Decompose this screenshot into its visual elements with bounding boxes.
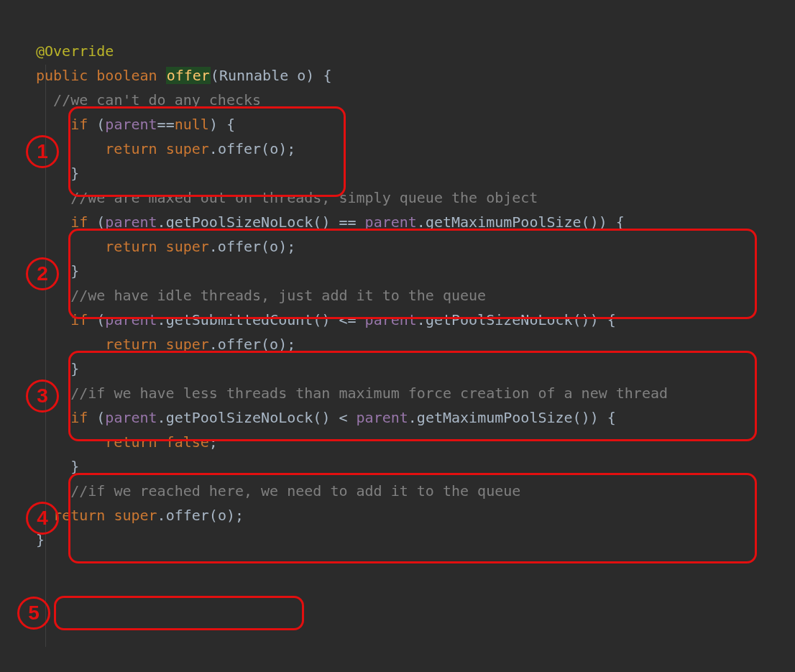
call-offer2: .offer(o); (209, 238, 295, 255)
kw-return5: return (53, 507, 105, 524)
field-parent3b: parent (365, 311, 417, 328)
kw-if3: if (70, 311, 88, 328)
call-offer5: .offer(o); (157, 507, 244, 524)
kw-return1: return (105, 140, 157, 157)
sp (157, 140, 166, 157)
brace-close3: } (70, 360, 79, 377)
annotation: @Override (36, 42, 114, 60)
type-runnable: Runnable (219, 67, 288, 84)
field-parent3a: parent (105, 311, 157, 328)
dot: . (209, 140, 218, 157)
call2b: .getMaximumPoolSize()) { (417, 213, 625, 231)
comment-2: //we are maxed out on threads, simply qu… (70, 189, 538, 206)
comment-5: //if we reached here, we need to add it … (70, 482, 520, 500)
field-parent4a: parent (105, 409, 157, 426)
kw-super1: super (166, 140, 209, 157)
kw-public: public (36, 67, 88, 84)
kw-return2: return (105, 238, 157, 255)
call3a: .getSubmittedCount() <= (157, 311, 365, 328)
comment-4: //if we have less threads than maximum f… (70, 385, 668, 402)
kw-super2: super (157, 238, 209, 255)
field-parent1: parent (105, 116, 157, 133)
call3b: .getPoolSizeNoLock()) { (417, 311, 616, 328)
call4b: .getMaximumPoolSize()) { (408, 409, 616, 426)
brace-close2: } (70, 262, 79, 280)
semi: ; (209, 433, 218, 451)
field-parent4b: parent (357, 409, 408, 426)
if1-tail: ) { (209, 116, 235, 133)
kw-if2: if (70, 213, 88, 231)
field-parent2a: parent (105, 213, 157, 231)
call2a: .getPoolSizeNoLock() == (157, 213, 365, 231)
call-offer3: .offer(o); (209, 336, 295, 353)
kw-super3: super (157, 336, 209, 353)
sig-tail: ) { (305, 67, 331, 84)
p: ( (88, 116, 105, 133)
kw-boolean: boolean (96, 67, 157, 84)
brace-close1: } (70, 165, 79, 182)
field-parent2b: parent (365, 213, 417, 231)
call4a: .getPoolSizeNoLock() < (157, 409, 357, 426)
arg-o: o (288, 67, 305, 84)
kw-if1: if (70, 116, 88, 133)
p: ( (88, 311, 105, 328)
fn-offer: offer (166, 67, 211, 84)
kw-if4: if (70, 409, 88, 426)
op-eq: == (157, 116, 175, 133)
comment-1: //we can't do any checks (53, 91, 261, 109)
brace-close-fn: } (36, 531, 45, 548)
call-offer1: offer(o); (218, 140, 295, 157)
brace-close4: } (70, 458, 79, 475)
comment-3: //we have idle threads, just add it to t… (70, 287, 486, 304)
p: ( (88, 213, 105, 231)
highlight-box-5 (54, 596, 304, 630)
kw-false: false (157, 433, 209, 451)
circled-number-5: 5 (17, 597, 50, 630)
lparen: ( (211, 67, 219, 84)
kw-return4: return (105, 433, 157, 451)
kw-null: null (175, 116, 209, 133)
p: ( (88, 409, 105, 426)
kw-return3: return (105, 336, 157, 353)
code-block: @Override public boolean offer(Runnable … (0, 0, 795, 552)
kw-super5: super (105, 507, 157, 524)
